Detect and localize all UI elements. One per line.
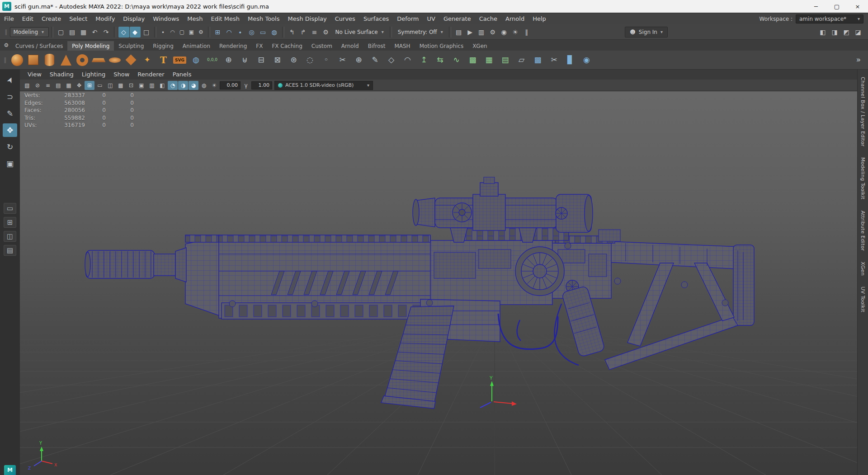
render-current-frame-icon[interactable]: ▤ (453, 27, 464, 38)
bookmarks-icon[interactable]: ▤ (53, 81, 63, 90)
lit-mode-icon[interactable]: ◕ (189, 81, 198, 90)
mirror-button[interactable]: ⇆ (433, 52, 448, 68)
render-sequence-icon[interactable]: ▥ (476, 27, 487, 38)
checker-map-button[interactable]: ▩ (530, 52, 546, 68)
menu-deform[interactable]: Deform (393, 13, 423, 25)
smooth-button[interactable]: ◌ (302, 52, 318, 68)
pan-zoom-icon[interactable]: ✥ (74, 81, 84, 90)
redo-icon[interactable]: ↷ (101, 27, 112, 38)
separate-button[interactable]: ⊟ (254, 52, 269, 68)
open-scene-icon[interactable]: ▤ (67, 27, 78, 38)
field-chart-icon[interactable]: ⊡ (126, 81, 136, 90)
undo-icon[interactable]: ↶ (90, 27, 100, 38)
tab-uv-toolkit[interactable]: UV Toolkit (860, 287, 866, 312)
move-tool-icon[interactable]: ✥ (3, 123, 17, 137)
fill-mode-icon[interactable]: ◧ (157, 81, 167, 90)
input-connections-icon[interactable]: ↰ (287, 27, 297, 38)
image-plane-icon[interactable]: ▦ (64, 81, 74, 90)
type-tool-button[interactable]: T (156, 52, 171, 68)
extract-button[interactable]: ⊠ (270, 52, 285, 68)
make-live-shelf-button[interactable]: ◍ (189, 52, 204, 68)
selection-mask-points-icon[interactable]: ∙ (159, 27, 168, 38)
poly-cone-button[interactable] (58, 52, 74, 68)
render-settings-icon[interactable]: ⚙ (487, 27, 498, 38)
retopologize-button[interactable]: ▦ (481, 52, 497, 68)
new-scene-icon[interactable]: ▢ (56, 27, 66, 38)
menu-uv[interactable]: UV (423, 13, 439, 25)
menu-arnold[interactable]: Arnold (501, 13, 528, 25)
make-live-icon[interactable]: ◍ (269, 27, 280, 38)
menu-curves[interactable]: Curves (331, 13, 359, 25)
exposure-icon[interactable]: ☀ (209, 81, 219, 90)
snap-to-point-icon[interactable]: ∙ (235, 27, 246, 38)
ipr-render-icon[interactable]: ▶ (465, 27, 476, 38)
lock-camera-icon[interactable]: ⊘ (33, 81, 42, 90)
panel-menu-show[interactable]: Show (109, 70, 133, 80)
shelf-tab-sculpting[interactable]: Sculpting (114, 41, 148, 51)
xray-mode-icon[interactable]: ◍ (199, 81, 209, 90)
menu-cache[interactable]: Cache (475, 13, 501, 25)
tab-xgen[interactable]: XGen (860, 262, 866, 276)
colorspace-dropdown[interactable]: ACES 1.0 SDR-video (sRGB) ▾ (274, 81, 373, 90)
textured-mode-icon[interactable]: ◑ (178, 81, 188, 90)
tab-channel-box-layer-editor[interactable]: Channel Box / Layer Editor (860, 77, 866, 146)
snap-to-grid-icon[interactable]: ⊞ (212, 27, 223, 38)
bevel-button[interactable]: ◇ (384, 52, 399, 68)
shelf-tab-rendering[interactable]: Rendering (215, 41, 251, 51)
shaded-mode-icon[interactable]: ◔ (168, 81, 178, 90)
shelf-editor-icon[interactable]: ⚙ (2, 40, 11, 51)
construction-history-icon[interactable]: ⚙ (321, 27, 331, 38)
pause-viewport-icon[interactable]: ∥ (521, 27, 532, 38)
film-gate-icon[interactable]: ▭ (95, 81, 105, 90)
exposure-field[interactable] (220, 81, 241, 89)
menu-generate[interactable]: Generate (439, 13, 475, 25)
minimize-button[interactable]: ─ (806, 0, 826, 13)
shelf-tab-xgen[interactable]: XGen (468, 41, 492, 51)
rotate-tool-icon[interactable]: ↻ (3, 140, 17, 154)
shelf-tab-motion-graphics[interactable]: Motion Graphics (415, 41, 468, 51)
shelf-tab-mash[interactable]: MASH (390, 41, 415, 51)
selection-mask-meshes-icon[interactable]: ▣ (187, 27, 196, 38)
panel-menu-view[interactable]: View (24, 70, 46, 80)
snap-to-view-plane-icon[interactable]: ▭ (258, 27, 269, 38)
viewport-3d-canvas[interactable]: Y Y X Z (20, 91, 857, 475)
shelf-grip[interactable]: ∥ (2, 56, 9, 63)
snap-to-curve-icon[interactable]: ◠ (224, 27, 235, 38)
target-weld-button[interactable]: ⊕ (351, 52, 367, 68)
combine-button[interactable]: ⊎ (237, 52, 253, 68)
selection-mask-rigs-icon[interactable]: ⚙ (197, 27, 206, 38)
sign-in-button[interactable]: ☻ Sign In ▾ (625, 27, 668, 38)
poly-torus-button[interactable] (75, 52, 90, 68)
bridge-button[interactable]: ◠ (400, 52, 415, 68)
menu-create[interactable]: Create (38, 13, 65, 25)
menu-edit-mesh[interactable]: Edit Mesh (207, 13, 244, 25)
scale-tool-icon[interactable]: ▣ (3, 157, 17, 170)
toggle-channel-box-icon[interactable]: ◩ (841, 27, 852, 38)
shelf-tab-custom[interactable]: Custom (307, 41, 337, 51)
shelf-tab-bifrost[interactable]: Bifrost (363, 41, 390, 51)
menu-help[interactable]: Help (528, 13, 550, 25)
grid-toggle-icon[interactable]: ⊞ (85, 81, 94, 90)
safe-title-icon[interactable]: ▥ (147, 81, 157, 90)
toggle-tool-settings-icon[interactable]: ◨ (829, 27, 840, 38)
reduce-button[interactable]: ◦ (319, 52, 334, 68)
shelf-tab-fx-caching[interactable]: FX Caching (267, 41, 307, 51)
select-tool-icon[interactable]: ➤ (1, 71, 19, 89)
paint-selection-tool-icon[interactable]: ✎ (3, 107, 17, 120)
extrude-button[interactable]: ↥ (416, 52, 432, 68)
quad-draw-button[interactable]: ✎ (368, 52, 383, 68)
center-pivot-button[interactable]: ⊕ (221, 52, 236, 68)
menu-edit[interactable]: Edit (18, 13, 38, 25)
select-by-hierarchy-icon[interactable]: ◇ (118, 27, 129, 38)
unfold-uv-button[interactable]: ▱ (514, 52, 529, 68)
gamma-icon[interactable]: γ (241, 81, 251, 90)
boolean-button[interactable]: ⊛ (286, 52, 302, 68)
platonic-solid-button[interactable] (123, 52, 139, 68)
selection-mask-surfaces-icon[interactable]: ▢ (178, 27, 187, 38)
poly-plane-button[interactable] (91, 52, 106, 68)
layout-split-pane-icon[interactable]: ◫ (4, 231, 16, 242)
poly-cube-button[interactable] (26, 52, 41, 68)
cut-uv-button[interactable]: ✂ (547, 52, 562, 68)
live-surface-dropdown[interactable]: No Live Surface ▾ (332, 27, 387, 37)
select-by-component-icon[interactable]: □ (141, 27, 152, 38)
